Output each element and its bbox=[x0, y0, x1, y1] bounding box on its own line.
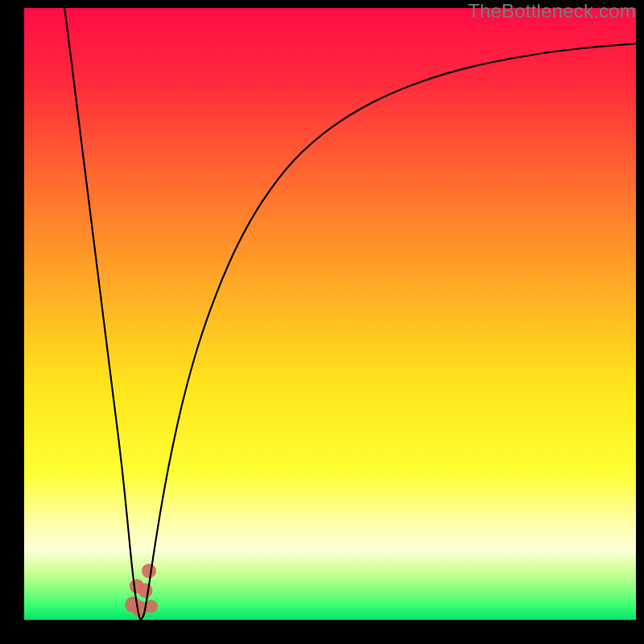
highlight-blob bbox=[142, 564, 156, 578]
chart-background bbox=[24, 8, 636, 620]
watermark-text: TheBottleneck.com bbox=[468, 0, 636, 23]
chart-frame bbox=[24, 8, 636, 620]
bottleneck-chart bbox=[24, 8, 636, 620]
highlight-blob bbox=[138, 584, 152, 598]
